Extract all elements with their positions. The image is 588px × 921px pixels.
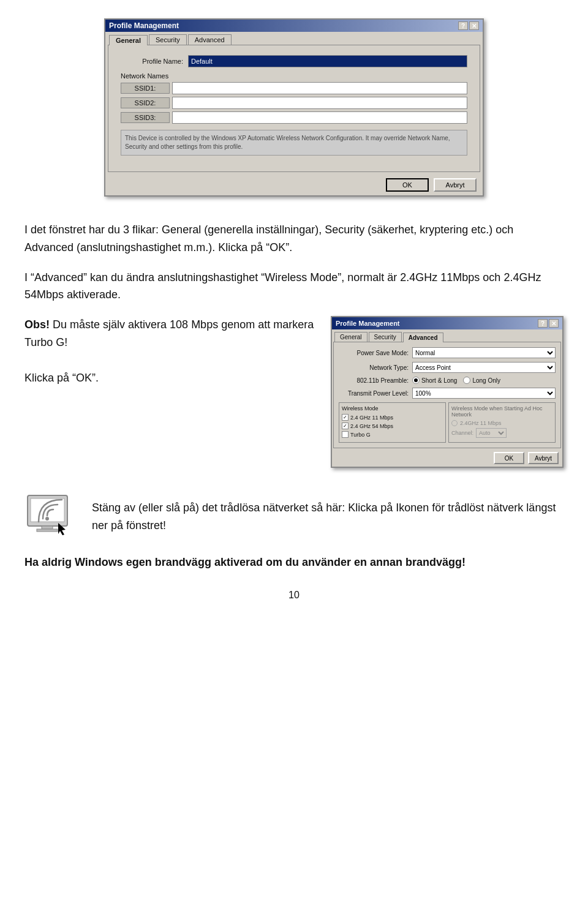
network-names-label: Network Names (121, 72, 467, 80)
dialog-1-titlebar-buttons: ? ✕ (458, 21, 479, 30)
obs-paragraph: Obs! Du måste själv aktivera 108 Mbps ge… (24, 316, 318, 351)
dialog-2-cancel-button[interactable]: Avbryt (528, 452, 559, 464)
profile-management-dialog-1: Profile Management ? ✕ General Security … (104, 18, 484, 197)
dialog-2-title: Profile Management (336, 320, 400, 327)
dialog-1-close-button[interactable]: ✕ (469, 21, 479, 30)
bottom-text: Stäng av (eller slå på) det trådlösa nät… (92, 499, 564, 535)
network-type-select[interactable]: Access Point (412, 362, 556, 373)
profile-management-dialog-2: Profile Management ? ✕ General Security … (331, 316, 564, 468)
preamble-label: 802.11b Preamble: (339, 377, 412, 384)
dialog-2-help-button[interactable]: ? (538, 319, 548, 328)
svg-rect-3 (42, 526, 53, 529)
channel-label: Channel: (451, 430, 473, 436)
adhoc-box: Wireless Mode when Starting Ad Hoc Netwo… (448, 402, 556, 443)
network-type-row: Network Type: Access Point (339, 362, 556, 373)
power-save-label: Power Save Mode: (339, 350, 412, 356)
tab-security[interactable]: Security (149, 34, 187, 45)
ssid2-input[interactable] (172, 97, 467, 109)
checkbox-24-54[interactable]: 2.4 GHz 54 Mbps (342, 423, 443, 429)
notice-text: This Device is controlled by the Windows… (121, 130, 467, 156)
network-type-label: Network Type: (339, 364, 412, 371)
profile-name-label: Profile Name: (121, 58, 188, 65)
adv-tab-security[interactable]: Security (369, 332, 402, 342)
middle-section: Obs! Du måste själv aktivera 108 Mbps ge… (0, 316, 588, 480)
adv-tab-general[interactable]: General (334, 332, 368, 342)
adv-lower: Wireless Mode 2.4 GHz 11 Mbps 2.4 GHz 54… (339, 402, 556, 443)
tab-general[interactable]: General (109, 35, 148, 45)
description-2-content: I “Advanced” kan du ändra anslutningshas… (24, 271, 541, 301)
description-1-content: I det fönstret har du 3 flikar: General … (24, 224, 513, 254)
dialog-2-close-button[interactable]: ✕ (549, 319, 559, 328)
top-section: Profile Management ? ✕ General Security … (0, 0, 588, 209)
wireless-network-icon (24, 492, 80, 541)
preamble-long-only-label: Long Only (472, 377, 500, 384)
checkbox-turbo-g[interactable]: Turbo G (342, 431, 443, 438)
transmit-power-select[interactable]: 100% (412, 388, 556, 399)
checkbox-24-11-label: 2.4 GHz 11 Mbps (350, 415, 393, 421)
adhoc-option-row: 2.4GHz 11 Mbps (451, 420, 552, 426)
power-save-select[interactable]: Normal (412, 347, 556, 358)
checkbox-24-54-box[interactable] (342, 423, 349, 429)
obs-label: Obs! (24, 318, 50, 331)
ssid3-input[interactable] (172, 111, 467, 124)
ssid3-label: SSID3: (121, 112, 170, 123)
dialog-2-ok-button[interactable]: OK (494, 452, 524, 464)
dialog-1-tabs: General Security Advanced (105, 32, 483, 45)
channel-row: Channel: Auto (451, 428, 552, 438)
tab-advanced[interactable]: Advanced (188, 34, 232, 45)
network-names-section: Network Names SSID1: SSID2: SSID3: (121, 72, 467, 124)
preamble-long-only-radio[interactable] (463, 377, 470, 384)
preamble-row: 802.11b Preamble: Short & Long Long Only (339, 377, 556, 384)
profile-name-input[interactable] (188, 55, 467, 67)
bottom-section: Stäng av (eller slå på) det trådlösa nät… (0, 480, 588, 584)
checkbox-turbo-g-box[interactable] (342, 431, 349, 438)
klicka-text: Klicka på “OK”. (24, 369, 318, 387)
svg-point-2 (45, 517, 49, 521)
obs-text: Du måste själv aktivera 108 Mbps genom a… (24, 318, 314, 348)
preamble-short-long-label: Short & Long (421, 377, 457, 384)
adv-tab-advanced[interactable]: Advanced (403, 333, 443, 342)
checkbox-24-11-box[interactable] (342, 414, 349, 421)
icon-text-row: Stäng av (eller slå på) det trådlösa nät… (24, 492, 564, 541)
dialog-1-cancel-button[interactable]: Avbryt (434, 178, 477, 192)
bold-warning-text: Ha aldrig Windows egen brandvägg aktiver… (24, 554, 564, 571)
dialog-1-content: Profile Name: Network Names SSID1: SSID2… (108, 45, 480, 172)
profile-name-row: Profile Name: (121, 55, 467, 67)
transmit-power-label: Transmit Power Level: (339, 390, 412, 397)
page-number: 10 (0, 584, 588, 607)
middle-left: Obs! Du måste själv aktivera 108 Mbps ge… (24, 316, 318, 386)
dialog-1-help-button[interactable]: ? (458, 21, 468, 30)
advanced-dialog-area: Profile Management ? ✕ General Security … (331, 316, 564, 468)
adhoc-option-label: 2.4GHz 11 Mbps (460, 420, 502, 426)
checkbox-turbo-g-label: Turbo G (350, 432, 371, 438)
ssid3-row: SSID3: (121, 111, 467, 124)
transmit-power-row: Transmit Power Level: 100% (339, 388, 556, 399)
preamble-long-only[interactable]: Long Only (463, 377, 500, 384)
dialog-2-titlebar-buttons: ? ✕ (538, 319, 559, 328)
preamble-short-long[interactable]: Short & Long (412, 377, 457, 384)
preamble-radio-group: Short & Long Long Only (412, 377, 500, 384)
power-save-row: Power Save Mode: Normal (339, 347, 556, 358)
wireless-mode-title: Wireless Mode (342, 405, 443, 412)
dialog-2-buttons: OK Avbryt (332, 449, 562, 467)
preamble-short-long-radio[interactable] (412, 377, 420, 384)
ssid1-label: SSID1: (121, 83, 170, 94)
channel-select[interactable]: Auto (476, 428, 507, 438)
dialog-1-buttons: OK Avbryt (105, 175, 483, 195)
adhoc-radio[interactable] (451, 420, 458, 426)
ssid2-label: SSID2: (121, 97, 170, 108)
dialog-2-titlebar: Profile Management ? ✕ (332, 317, 562, 329)
checkbox-24-11[interactable]: 2.4 GHz 11 Mbps (342, 414, 443, 421)
dialog-1-titlebar: Profile Management ? ✕ (105, 20, 483, 32)
svg-rect-4 (37, 529, 58, 532)
wireless-mode-box: Wireless Mode 2.4 GHz 11 Mbps 2.4 GHz 54… (339, 402, 446, 443)
ssid1-row: SSID1: (121, 82, 467, 94)
dialog-2-tabs: General Security Advanced (332, 329, 562, 342)
description-text-2: I “Advanced” kan du ändra anslutningshas… (0, 269, 588, 317)
dialog-1-title: Profile Management (109, 21, 179, 30)
ssid1-input[interactable] (172, 82, 467, 94)
description-text-1: I det fönstret har du 3 flikar: General … (0, 209, 588, 269)
checkbox-24-54-label: 2.4 GHz 54 Mbps (350, 423, 393, 429)
dialog-1-ok-button[interactable]: OK (386, 178, 429, 192)
ssid2-row: SSID2: (121, 97, 467, 109)
